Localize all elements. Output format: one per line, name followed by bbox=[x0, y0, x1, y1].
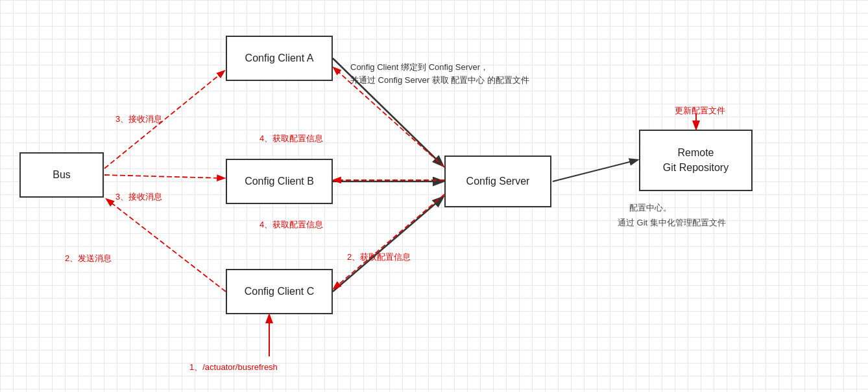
svg-line-1 bbox=[333, 58, 442, 165]
svg-line-6 bbox=[334, 68, 444, 167]
svg-line-5 bbox=[104, 175, 224, 178]
svg-line-8 bbox=[334, 194, 444, 288]
svg-line-0 bbox=[553, 160, 637, 181]
svg-line-9 bbox=[107, 200, 226, 292]
svg-line-4 bbox=[104, 71, 224, 168]
svg-line-3 bbox=[333, 198, 442, 292]
diagram-arrows bbox=[0, 0, 868, 392]
